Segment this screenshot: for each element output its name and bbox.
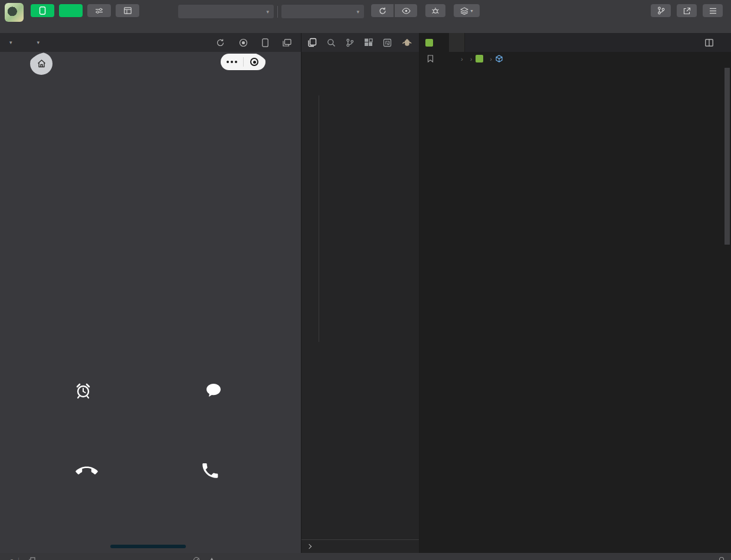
- problems-indicator[interactable]: [194, 557, 217, 560]
- record-icon[interactable]: [239, 38, 248, 47]
- external-link-icon: [677, 4, 697, 17]
- symbol-cube-icon: [496, 55, 503, 62]
- source-control-icon[interactable]: [346, 38, 354, 47]
- call-end-icon: [76, 459, 98, 482]
- chevron-down-icon: ▾: [260, 9, 269, 15]
- home-indicator: [110, 545, 186, 548]
- debugger-button[interactable]: [85, 4, 113, 19]
- explorer-header: [301, 52, 419, 67]
- device-frame-icon[interactable]: [262, 38, 268, 47]
- version-control-button[interactable]: [651, 4, 671, 19]
- eye-icon: [395, 4, 417, 17]
- refresh-icon: [371, 4, 394, 17]
- explorer-panel: [301, 33, 419, 560]
- preview-button[interactable]: [395, 4, 417, 19]
- bell-icon[interactable]: [718, 556, 725, 560]
- bookmark-icon[interactable]: [427, 55, 434, 62]
- teapot-icon[interactable]: [402, 38, 412, 47]
- tab-index-wxml[interactable]: [419, 33, 449, 52]
- clear-cache-button[interactable]: ▾: [454, 4, 480, 19]
- copy-icon[interactable]: [29, 557, 35, 560]
- breadcrumb: › › ›: [419, 52, 731, 65]
- phone-icon: [31, 4, 54, 17]
- visualization-button[interactable]: [113, 4, 142, 19]
- status-bar: ▾ |: [0, 553, 731, 560]
- errors-icon: [194, 557, 199, 560]
- npm-scripts-icon[interactable]: [383, 38, 392, 47]
- wxml-file-icon: [425, 39, 433, 47]
- simulator-toolbar: ▾ ▾: [0, 33, 301, 52]
- split-editor-icon[interactable]: [705, 39, 713, 47]
- details-button[interactable]: [703, 4, 723, 19]
- outline-section[interactable]: [301, 539, 419, 553]
- chevron-down-icon: ▾: [470, 8, 473, 14]
- editor-panel: › › ›: [419, 33, 731, 560]
- extensions-icon[interactable]: [364, 38, 373, 47]
- titlebar: ▾ ▾ ▾: [0, 0, 731, 33]
- chevron-down-icon: ▾: [350, 9, 359, 15]
- separate-window-icon[interactable]: [283, 39, 291, 47]
- menu-icon: [703, 4, 723, 17]
- capsule-menu: [221, 54, 265, 70]
- remote-debug-button[interactable]: [425, 4, 445, 19]
- editor-button[interactable]: [57, 4, 85, 19]
- home-button[interactable]: [30, 52, 53, 75]
- chevron-right-icon: [305, 545, 313, 548]
- rotate-icon[interactable]: [216, 38, 225, 47]
- more-options-button[interactable]: [221, 61, 243, 63]
- warnings-icon: [209, 558, 215, 560]
- device-select[interactable]: ▾: [0, 33, 18, 52]
- simulator-stage: [0, 52, 301, 560]
- code-area[interactable]: [419, 65, 731, 560]
- mode-select[interactable]: ▾: [178, 5, 274, 18]
- simulator-button[interactable]: [28, 4, 57, 19]
- chevron-down-icon: ▾: [9, 39, 12, 45]
- activity-bar: [301, 33, 419, 52]
- bug-icon: [425, 4, 445, 17]
- wxml-file-icon: [476, 55, 483, 62]
- compile-mode-select[interactable]: ▾: [281, 5, 364, 18]
- chat-bubble-icon: [205, 382, 222, 398]
- accept-call-button[interactable]: [187, 447, 232, 493]
- chevron-down-icon: ▾: [37, 39, 40, 45]
- call-icon: [200, 460, 220, 480]
- divider: [277, 6, 278, 18]
- test-account-button[interactable]: [677, 4, 697, 19]
- minimize-button[interactable]: [244, 58, 266, 66]
- alarm-icon: [74, 382, 92, 400]
- tab-bar: [419, 33, 731, 52]
- home-icon: [37, 59, 47, 68]
- phone-screen: [24, 52, 273, 554]
- remind-me-button[interactable]: [74, 382, 92, 405]
- layers-icon: ▾: [454, 4, 480, 17]
- hot-reload-select[interactable]: ▾: [28, 33, 46, 52]
- chevron-down-icon: ▾: [11, 558, 13, 560]
- editor-scrollbar[interactable]: [725, 68, 730, 245]
- sliders-icon: [87, 4, 111, 17]
- reject-call-button[interactable]: [64, 447, 109, 493]
- compile-button[interactable]: [371, 4, 394, 19]
- avatar[interactable]: [5, 3, 24, 22]
- wechat-devtools-window: ▾ ▾ ▾: [0, 0, 731, 560]
- git-branch-icon: [651, 4, 671, 17]
- file-tree: [301, 67, 419, 539]
- layout-icon: [116, 4, 139, 17]
- indent-guide: [319, 95, 319, 342]
- search-icon[interactable]: [327, 38, 336, 47]
- simulator-panel: ▾ ▾: [0, 33, 301, 560]
- files-icon[interactable]: [307, 38, 317, 47]
- tab-app-json[interactable]: [449, 33, 465, 52]
- code-icon: [59, 4, 83, 17]
- message-button[interactable]: [205, 382, 222, 405]
